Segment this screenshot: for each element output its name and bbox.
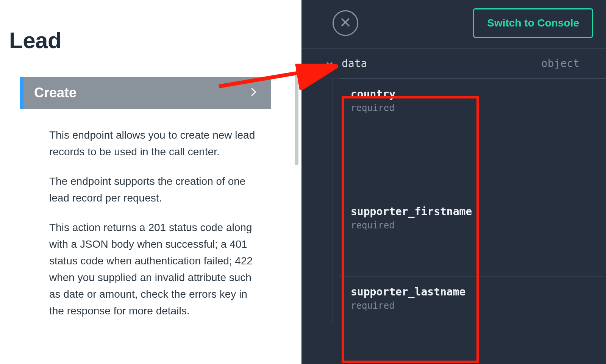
switch-to-console-button[interactable]: Switch to Console <box>473 8 593 38</box>
schema-field-required: required <box>351 300 595 311</box>
schema-field-name: supporter_lastname <box>351 286 595 298</box>
schema-field-name: supporter_firstname <box>351 205 595 218</box>
docs-pane: Lead Create This endpoint allows you to … <box>0 0 295 364</box>
schema-pane: Switch to Console data object country re… <box>301 0 606 364</box>
schema-field-required: required <box>351 103 595 113</box>
schema-field-required: required <box>351 220 595 231</box>
tree-guide-line <box>333 78 333 325</box>
scrollbar-thumb[interactable] <box>295 71 298 165</box>
schema-field-name: country <box>351 88 595 100</box>
endpoint-paragraph: This action returns a 201 status code al… <box>49 219 260 319</box>
endpoint-paragraph: This endpoint allows you to create new l… <box>49 127 260 160</box>
chevron-down-icon[interactable] <box>324 59 335 68</box>
schema-root-type: object <box>541 57 579 70</box>
page-title: Lead <box>0 0 295 53</box>
close-icon <box>340 17 351 30</box>
close-button[interactable] <box>333 10 358 36</box>
endpoint-block: Create This endpoint allows you to creat… <box>20 77 271 319</box>
schema-field-row[interactable]: supporter_lastname required <box>339 276 606 325</box>
schema-root-row[interactable]: data object <box>301 49 606 78</box>
endpoint-create-body: This endpoint allows you to create new l… <box>20 109 271 319</box>
endpoint-paragraph: The endpoint supports the creation of on… <box>49 173 260 206</box>
endpoint-create-header[interactable]: Create <box>20 77 271 109</box>
endpoint-create-label: Create <box>34 85 77 101</box>
schema-pane-toolbar: Switch to Console <box>301 0 606 48</box>
schema-root-key: data <box>342 57 367 70</box>
schema-field-row[interactable]: country required <box>339 78 606 196</box>
schema-field-row[interactable]: supporter_firstname required <box>339 196 606 276</box>
chevron-right-icon <box>247 86 259 99</box>
schema-fields: country required supporter_firstname req… <box>301 78 606 325</box>
